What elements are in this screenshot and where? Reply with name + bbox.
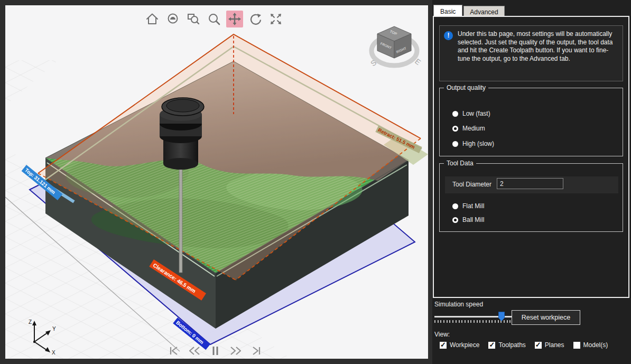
step-back-button[interactable]: [188, 345, 201, 357]
checkbox-workpiece-control[interactable]: [440, 342, 447, 349]
tool-diameter-input[interactable]: [497, 178, 563, 189]
simulation-speed-label: Simulation speed: [434, 301, 483, 308]
simulation-speed-slider[interactable]: [434, 311, 513, 324]
checkbox-planes[interactable]: Planes: [535, 341, 564, 349]
info-icon: !: [444, 31, 453, 40]
radio-ball-mill[interactable]: Ball Mill: [452, 216, 484, 223]
viewport-toolbar: [144, 11, 284, 27]
skip-to-start-icon: [167, 346, 181, 356]
tool-data-title: Tool Data: [444, 160, 476, 167]
zoom-window-icon: [187, 12, 200, 26]
slider-ticks: [434, 320, 513, 323]
radio-high-slow-label: High (slow): [462, 140, 494, 147]
output-quality-title: Output quality: [444, 84, 488, 91]
zoom-window-button[interactable]: [185, 11, 202, 27]
pan-icon: [228, 12, 242, 26]
tool-data-group: Tool Data Tool Diameter Flat Mill Ball M…: [439, 163, 623, 232]
checkbox-toolpaths[interactable]: Toolpaths: [488, 341, 525, 349]
radio-medium[interactable]: Medium: [452, 125, 485, 132]
axis-z-label: Z: [29, 319, 32, 325]
checkbox-planes-label: Planes: [545, 341, 564, 349]
reset-workpiece-button[interactable]: Reset workpiece: [512, 310, 580, 325]
tool-diameter-label: Tool Diameter: [452, 181, 491, 188]
pause-icon: [208, 346, 222, 356]
radio-low-fast-label: Low (fast): [462, 110, 490, 117]
simulation-scene[interactable]: Top: 31.121 mm Retract: 51.5 mm Clearanc…: [5, 5, 428, 359]
info-text: Under this tab page, most settings will …: [458, 30, 619, 78]
radio-medium-label: Medium: [462, 125, 485, 132]
radio-low-fast-control[interactable]: [452, 111, 458, 117]
checkbox-planes-control[interactable]: [535, 342, 542, 349]
checkbox-models-label: Model(s): [583, 341, 608, 349]
rotate-view-button[interactable]: [247, 11, 264, 27]
home-view-button[interactable]: [144, 11, 161, 27]
3d-viewport[interactable]: Top: 31.121 mm Retract: 51.5 mm Clearanc…: [5, 5, 428, 359]
zoom-fit-icon: [269, 12, 283, 26]
pan-button[interactable]: [226, 11, 243, 27]
checkbox-models-control[interactable]: [573, 342, 580, 349]
orbit-view-button[interactable]: [164, 11, 181, 27]
settings-panel: Basic Advanced ! Under this tab page, mo…: [432, 0, 631, 364]
step-forward-icon: [229, 346, 243, 356]
skip-to-end-icon: [249, 346, 263, 356]
skip-to-end-button[interactable]: [249, 345, 263, 357]
checkbox-workpiece-label: Workpiece: [450, 341, 479, 349]
app-window: Top: 31.121 mm Retract: 51.5 mm Clearanc…: [0, 0, 631, 364]
radio-medium-control[interactable]: [452, 126, 458, 132]
output-quality-group: Output quality Low (fast) Medium High (s…: [439, 88, 623, 156]
zoom-icon: [207, 12, 221, 26]
info-box: ! Under this tab page, most settings wil…: [439, 25, 623, 81]
radio-flat-mill-control[interactable]: [452, 203, 458, 209]
checkbox-toolpaths-label: Toolpaths: [498, 341, 525, 349]
axis-y-label: Y: [52, 326, 56, 332]
axis-x-label: X: [52, 350, 55, 354]
view-cube[interactable]: S E TOP FRONT RIGHT: [367, 23, 422, 73]
skip-to-start-button[interactable]: [167, 345, 181, 357]
radio-ball-mill-control[interactable]: [452, 217, 458, 223]
checkbox-workpiece[interactable]: Workpiece: [440, 341, 479, 349]
view-options-label: View:: [434, 331, 450, 338]
zoom-fit-button[interactable]: [267, 11, 284, 27]
radio-high-slow[interactable]: High (slow): [452, 140, 494, 147]
basic-tab-page: ! Under this tab page, most settings wil…: [433, 16, 629, 298]
radio-high-slow-control[interactable]: [452, 141, 458, 147]
axis-gizmo: Z Y X: [18, 318, 66, 354]
radio-flat-mill[interactable]: Flat Mill: [452, 202, 484, 210]
radio-ball-mill-label: Ball Mill: [462, 216, 484, 223]
radio-flat-mill-label: Flat Mill: [462, 202, 484, 210]
rotate-view-icon: [248, 12, 262, 26]
zoom-button[interactable]: [206, 11, 222, 27]
playback-controls: [167, 345, 263, 357]
pause-button[interactable]: [208, 345, 222, 357]
step-forward-button[interactable]: [229, 345, 243, 357]
checkbox-toolpaths-control[interactable]: [488, 342, 495, 349]
orbit-view-icon: [166, 12, 180, 26]
checkbox-models[interactable]: Model(s): [573, 341, 608, 349]
step-back-icon: [188, 346, 201, 356]
home-icon: [145, 12, 159, 26]
view-options-row: Workpiece Toolpaths Planes Model(s): [440, 341, 608, 349]
radio-low-fast[interactable]: Low (fast): [452, 110, 490, 117]
